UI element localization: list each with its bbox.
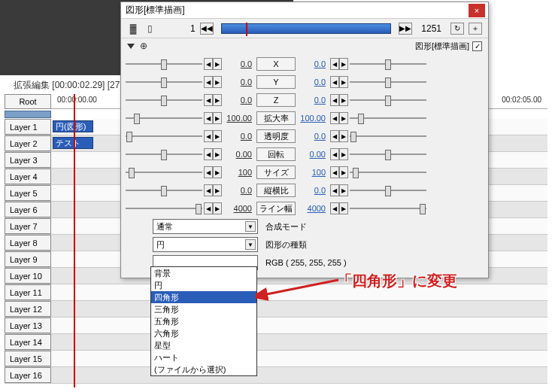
layer-label[interactable]: Layer 16 — [5, 367, 51, 383]
param-slider[interactable] — [350, 184, 426, 196]
param-value-right[interactable]: 4000 — [297, 204, 329, 213]
chevron-down-icon[interactable]: ▼ — [245, 239, 256, 250]
frame-next[interactable]: ▶▶ — [399, 23, 412, 35]
chevron-down-icon[interactable]: ▼ — [245, 221, 256, 232]
param-value-left[interactable]: 0.00 — [223, 150, 255, 159]
param-value-right[interactable]: 0.0 — [297, 96, 329, 105]
dropdown-item[interactable]: 六角形 — [151, 327, 256, 339]
frame-prev[interactable]: ◀◀ — [200, 23, 214, 35]
param-slider[interactable] — [350, 112, 426, 124]
param-slider[interactable] — [126, 130, 202, 142]
playhead[interactable] — [74, 94, 75, 387]
dropdown-item[interactable]: 円 — [151, 279, 256, 291]
layer-label[interactable]: Layer 11 — [5, 284, 51, 300]
enable-checkbox[interactable]: ✓ — [472, 41, 482, 51]
clip-shape[interactable]: 円(図形) — [53, 120, 93, 132]
layer-label[interactable]: Layer 2 — [5, 135, 51, 151]
param-value-right[interactable]: 100 — [297, 168, 329, 177]
param-spinner[interactable]: ◀▶ — [330, 112, 348, 124]
layer-track[interactable] — [51, 318, 547, 333]
param-value-left[interactable]: 0.0 — [223, 77, 255, 87]
param-slider[interactable] — [350, 94, 426, 106]
layer-label[interactable]: Layer 10 — [5, 268, 51, 284]
param-name-button[interactable]: X — [256, 57, 296, 71]
param-name-button[interactable]: 回転 — [256, 147, 296, 161]
param-spinner[interactable]: ◀▶ — [330, 202, 348, 214]
layer-label[interactable]: Layer 5 — [5, 185, 51, 201]
param-slider[interactable] — [350, 202, 426, 214]
param-value-left[interactable]: 0.0 — [223, 186, 255, 195]
param-spinner[interactable]: ◀▶ — [330, 166, 348, 178]
param-slider[interactable] — [126, 94, 202, 106]
param-slider[interactable] — [350, 130, 426, 142]
param-name-button[interactable]: Y — [256, 75, 296, 89]
clip-text[interactable]: テスト — [53, 137, 93, 149]
reload-button[interactable]: ↻ — [450, 23, 464, 35]
param-value-right[interactable]: 0.0 — [297, 59, 329, 68]
param-slider[interactable] — [350, 76, 426, 88]
dropdown-item[interactable]: ハート — [151, 351, 256, 363]
layer-label[interactable]: Layer 8 — [5, 235, 51, 251]
param-slider[interactable] — [350, 58, 426, 70]
close-button[interactable]: × — [469, 4, 485, 17]
dropdown-item[interactable]: 背景 — [151, 267, 256, 279]
root-button[interactable]: Root — [5, 94, 51, 109]
layer-label[interactable]: Layer 15 — [5, 351, 51, 366]
param-spinner[interactable]: ◀▶ — [204, 166, 222, 178]
param-slider[interactable] — [350, 166, 426, 178]
param-spinner[interactable]: ◀▶ — [330, 130, 348, 142]
param-slider[interactable] — [350, 148, 426, 160]
layer-track[interactable] — [51, 351, 547, 366]
param-name-button[interactable]: Z — [256, 93, 296, 107]
param-spinner[interactable]: ◀▶ — [330, 76, 348, 88]
frame-slider[interactable] — [221, 23, 392, 34]
dropdown-item[interactable]: 星型 — [151, 339, 256, 351]
param-value-left[interactable]: 0.0 — [223, 132, 255, 141]
param-slider[interactable] — [126, 184, 202, 196]
param-slider[interactable] — [126, 58, 202, 70]
layer-label[interactable]: Layer 1 — [5, 119, 51, 135]
layer-label[interactable]: Layer 7 — [5, 218, 51, 234]
param-spinner[interactable]: ◀▶ — [330, 94, 348, 106]
layer-label[interactable]: Layer 9 — [5, 251, 51, 267]
param-slider[interactable] — [126, 148, 202, 160]
param-spinner[interactable]: ◀▶ — [330, 148, 348, 160]
param-spinner[interactable]: ◀▶ — [204, 76, 222, 88]
layer-track[interactable] — [51, 367, 547, 383]
layer-label[interactable]: Layer 13 — [5, 318, 51, 333]
param-slider[interactable] — [126, 76, 202, 88]
param-spinner[interactable]: ◀▶ — [204, 202, 222, 214]
param-spinner[interactable]: ◀▶ — [204, 130, 222, 142]
layer-label[interactable]: Layer 6 — [5, 202, 51, 217]
param-name-button[interactable]: 縦横比 — [256, 184, 296, 197]
param-spinner[interactable]: ◀▶ — [330, 58, 348, 70]
toolbar-icon-2[interactable]: ▯ — [144, 23, 156, 35]
plus-button[interactable]: ＋ — [469, 23, 482, 35]
param-value-right[interactable]: 100.00 — [297, 114, 329, 123]
param-spinner[interactable]: ◀▶ — [204, 148, 222, 160]
param-value-left[interactable]: 100.00 — [223, 114, 255, 123]
param-spinner[interactable]: ◀▶ — [204, 184, 222, 196]
mouse-icon[interactable]: ⊕ — [138, 40, 150, 52]
param-value-right[interactable]: 0.0 — [297, 186, 329, 195]
shape-type-select[interactable]: 円▼ — [153, 237, 258, 252]
layer-track[interactable] — [51, 301, 547, 317]
layer-label[interactable]: Layer 4 — [5, 169, 51, 184]
param-slider[interactable] — [126, 202, 202, 214]
layer-track[interactable] — [51, 334, 547, 350]
param-name-button[interactable]: 透明度 — [256, 129, 296, 143]
dropdown-item[interactable]: (ファイルから選択) — [151, 363, 256, 375]
dropdown-item[interactable]: 五角形 — [151, 315, 256, 327]
param-value-left[interactable]: 0.0 — [223, 59, 255, 68]
param-value-right[interactable]: 0.0 — [297, 77, 329, 87]
param-name-button[interactable]: ライン幅 — [256, 202, 296, 215]
param-value-left[interactable]: 4000 — [223, 204, 255, 213]
param-slider[interactable] — [126, 166, 202, 178]
param-name-button[interactable]: 拡大率 — [256, 111, 296, 125]
param-spinner[interactable]: ◀▶ — [204, 94, 222, 106]
collapse-icon[interactable] — [127, 44, 135, 49]
toolbar-icon-1[interactable]: ▓ — [127, 23, 139, 35]
param-value-right[interactable]: 0.00 — [297, 150, 329, 159]
layer-label[interactable]: Layer 14 — [5, 334, 51, 350]
param-slider[interactable] — [126, 112, 202, 124]
